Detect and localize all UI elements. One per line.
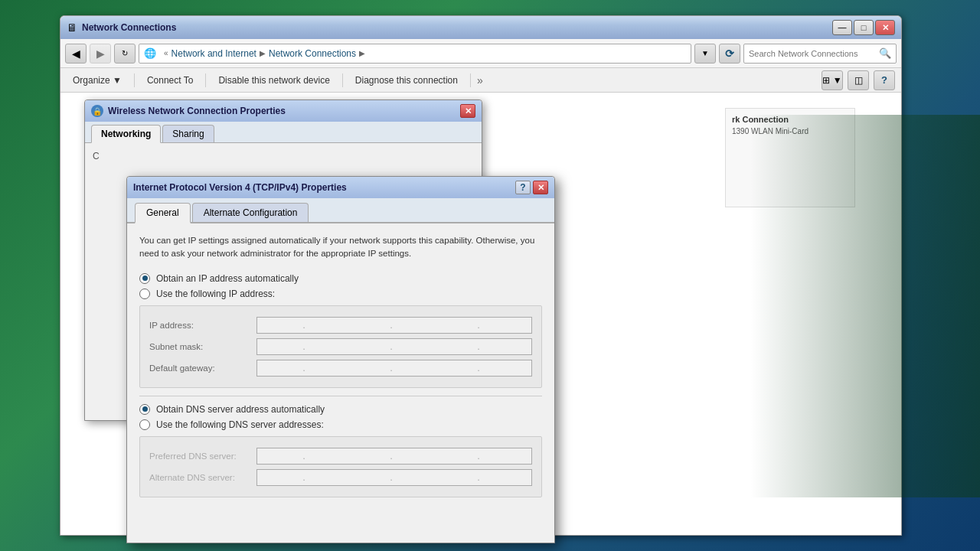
auto-dns-radio[interactable] — [139, 404, 150, 415]
ip-address-label: IP address: — [149, 321, 256, 330]
tab-alternate-config[interactable]: Alternate Configuration — [192, 203, 309, 222]
search-input[interactable] — [749, 49, 879, 58]
breadcrumb-separator-1: « — [164, 49, 168, 57]
tcp-dialog-tabs: General Alternate Configuration — [127, 198, 554, 223]
alternate-dns-input[interactable]: ... — [256, 469, 532, 486]
subnet-mask-row: Subnet mask: ... — [149, 338, 532, 355]
help-button[interactable]: ? — [874, 70, 895, 90]
tcp-dialog-title: Internet Protocol Version 4 (TCP/IPv4) P… — [133, 182, 347, 193]
tcp-dialog-title-bar: Internet Protocol Version 4 (TCP/IPv4) P… — [127, 177, 554, 198]
tab-networking[interactable]: Networking — [91, 125, 161, 143]
breadcrumb-arrow-2: ▶ — [359, 49, 365, 57]
manual-dns-label: Use the following DNS server addresses: — [156, 419, 324, 430]
background-scenery — [750, 115, 980, 497]
dns-settings-group: Obtain DNS server address automatically … — [139, 404, 542, 430]
explorer-title: Network Connections — [82, 22, 176, 33]
gateway-row: Default gateway: ... — [149, 360, 532, 377]
refresh-nav-button[interactable]: ⟳ — [719, 44, 740, 64]
dns-fields-group: Preferred DNS server: ... Alternate DNS … — [139, 436, 542, 497]
explorer-icon: 🖥 — [67, 21, 77, 34]
ip-settings-group: Obtain an IP address automatically Use t… — [139, 273, 542, 299]
view-options-button[interactable]: ⊞ ▼ — [822, 70, 843, 90]
preferred-dns-row: Preferred DNS server: ... — [149, 448, 532, 465]
toolbar-separator-4 — [470, 73, 471, 87]
search-icon[interactable]: 🔍 — [879, 47, 891, 59]
toolbar-separator-2 — [205, 73, 206, 87]
auto-ip-row[interactable]: Obtain an IP address automatically — [139, 273, 542, 284]
more-options-icon[interactable]: » — [477, 74, 483, 86]
ip-address-row: IP address: ... — [149, 317, 532, 334]
minimize-button[interactable]: — — [832, 20, 852, 35]
ip-address-input[interactable]: ... — [256, 317, 532, 334]
wireless-dialog-close-button[interactable]: ✕ — [460, 104, 475, 118]
forward-button[interactable]: ▶ — [90, 44, 111, 64]
alternate-dns-row: Alternate DNS server: ... — [149, 469, 532, 486]
manual-dns-row[interactable]: Use the following DNS server addresses: — [139, 419, 542, 430]
desktop: 🖥 Network Connections — □ ✕ ◀ ▶ ↻ 🌐 « Ne… — [0, 0, 980, 551]
toolbar-separator-1 — [134, 73, 135, 87]
title-bar-left: 🖥 Network Connections — [67, 21, 176, 34]
breadcrumb-arrow-1: ▶ — [260, 49, 266, 57]
alternate-dns-label: Alternate DNS server: — [149, 473, 256, 482]
tcp-dialog-content: You can get IP settings assigned automat… — [127, 223, 554, 514]
wireless-dialog-title-bar: 🔒 Wireless Network Connection Properties… — [85, 100, 482, 122]
breadcrumb-icon: 🌐 — [144, 47, 156, 59]
section-divider — [139, 396, 542, 396]
connect-to-button[interactable]: Connect To — [141, 71, 200, 90]
manual-dns-radio[interactable] — [139, 419, 150, 430]
title-bar-buttons: — □ ✕ — [832, 20, 895, 35]
tcp-info-text: You can get IP settings assigned automat… — [139, 234, 542, 261]
auto-ip-label: Obtain an IP address automatically — [156, 273, 299, 284]
close-button[interactable]: ✕ — [875, 20, 895, 35]
manual-ip-radio[interactable] — [139, 289, 150, 299]
address-path[interactable]: 🌐 « Network and Internet ▶ Network Conne… — [139, 44, 691, 64]
wireless-dialog-title: 🔒 Wireless Network Connection Properties — [91, 105, 286, 117]
wireless-dialog-icon: 🔒 — [91, 105, 103, 117]
subnet-mask-label: Subnet mask: — [149, 342, 256, 351]
diagnose-button[interactable]: Diagnose this connection — [349, 71, 464, 90]
breadcrumb-network-connections[interactable]: Network Connections — [269, 48, 356, 59]
tcp-properties-dialog: Internet Protocol Version 4 (TCP/IPv4) P… — [126, 176, 555, 543]
breadcrumb-network-internet[interactable]: Network and Internet — [172, 48, 256, 59]
gateway-label: Default gateway: — [149, 364, 256, 373]
manual-ip-row[interactable]: Use the following IP address: — [139, 289, 542, 299]
maximize-button[interactable]: □ — [854, 20, 874, 35]
wireless-dialog-tabs: Networking Sharing — [85, 122, 482, 143]
preferred-dns-input[interactable]: ... — [256, 448, 532, 465]
subnet-mask-input[interactable]: ... — [256, 338, 532, 355]
preferred-dns-label: Preferred DNS server: — [149, 452, 256, 461]
toolbar: Organize ▼ Connect To Disable this netwo… — [60, 68, 901, 93]
auto-ip-radio[interactable] — [139, 273, 150, 284]
back-button[interactable]: ◀ — [65, 44, 87, 64]
tab-sharing[interactable]: Sharing — [162, 125, 214, 142]
auto-dns-label: Obtain DNS server address automatically — [156, 404, 325, 415]
manual-ip-label: Use the following IP address: — [156, 289, 275, 299]
ip-fields-group: IP address: ... Subnet mask: ... Default… — [139, 305, 542, 388]
tcp-close-button[interactable]: ✕ — [533, 181, 548, 194]
toolbar-separator-3 — [342, 73, 343, 87]
tcp-dialog-controls: ? ✕ — [515, 181, 548, 194]
gateway-input[interactable]: ... — [256, 360, 532, 377]
title-bar: 🖥 Network Connections — □ ✕ — [60, 16, 901, 39]
auto-dns-row[interactable]: Obtain DNS server address automatically — [139, 404, 542, 415]
refresh-button[interactable]: ↻ — [114, 44, 136, 64]
disable-network-button[interactable]: Disable this network device — [212, 71, 335, 90]
organize-button[interactable]: Organize ▼ — [67, 71, 128, 90]
tab-general[interactable]: General — [135, 203, 191, 223]
wireless-content-label: C — [93, 151, 100, 161]
address-bar: ◀ ▶ ↻ 🌐 « Network and Internet ▶ Network… — [60, 39, 901, 68]
wireless-dialog-content: C — [85, 143, 482, 175]
tcp-help-button[interactable]: ? — [515, 181, 531, 194]
preview-button[interactable]: ◫ — [848, 70, 869, 90]
dropdown-button[interactable]: ▼ — [694, 44, 716, 64]
search-box[interactable]: 🔍 — [743, 44, 897, 64]
